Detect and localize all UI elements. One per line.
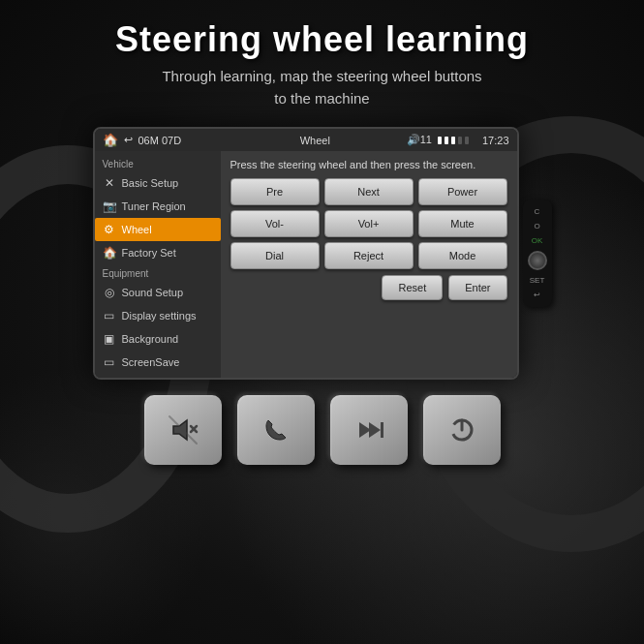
- bg-icon: ▣: [103, 332, 116, 346]
- background-label: Background: [122, 333, 179, 345]
- screen-wrapper: 🏠 ↩ 06M 07D Wheel 🔊11 17:23: [0, 127, 644, 380]
- sidebar-item-display-settings[interactable]: ▭ Display settings: [95, 304, 221, 327]
- side-ctrl-knob[interactable]: [528, 251, 547, 270]
- next-button[interactable]: Next: [324, 178, 414, 205]
- house-icon: 🏠: [103, 246, 116, 260]
- sidebar-item-basic-setup[interactable]: ✕ Basic Setup: [95, 171, 221, 195]
- reject-button[interactable]: Reject: [324, 242, 414, 269]
- back-icon[interactable]: ↩: [124, 134, 133, 146]
- display-settings-label: Display settings: [122, 310, 197, 322]
- action-row: Reset Enter: [230, 275, 507, 300]
- enter-button[interactable]: Enter: [448, 275, 506, 300]
- status-bar: 🏠 ↩ 06M 07D Wheel 🔊11 17:23: [95, 129, 517, 151]
- tuner-region-label: Tuner Region: [122, 200, 186, 212]
- clock: 17:23: [482, 135, 509, 146]
- hw-phone-button[interactable]: [237, 395, 315, 465]
- camera-icon: 📷: [103, 199, 116, 213]
- reset-button[interactable]: Reset: [382, 275, 443, 300]
- mute-hw-icon: [166, 413, 200, 447]
- header-section: Steering wheel learning Through learning…: [0, 0, 644, 119]
- side-controls-panel: C O OK SET ↩: [523, 199, 552, 307]
- sidebar-item-tuner-region[interactable]: 📷 Tuner Region: [95, 195, 221, 218]
- power-button[interactable]: Power: [418, 178, 507, 205]
- sidebar-item-background[interactable]: ▣ Background: [95, 327, 221, 351]
- volume-display: 🔊11: [407, 134, 432, 146]
- mode-button[interactable]: Mode: [418, 242, 507, 269]
- screen-title-label: Wheel: [230, 135, 401, 146]
- home-icon[interactable]: 🏠: [103, 133, 118, 147]
- phone-hw-icon: [259, 413, 293, 447]
- volume-bar: [438, 137, 469, 144]
- wheel-button-grid: Pre Next Power Vol- Vol+ Mute Dial Rejec…: [230, 178, 507, 269]
- sidebar-item-sound-setup[interactable]: ◎ Sound Setup: [95, 281, 221, 304]
- factory-set-label: Factory Set: [122, 247, 176, 259]
- vehicle-section-label: Vehicle: [95, 155, 221, 171]
- x-icon: ✕: [103, 176, 116, 190]
- sound-icon: ◎: [103, 286, 116, 299]
- instruction-text: Press the steering wheel and then press …: [230, 159, 507, 170]
- wheel-icon: ⚙: [103, 223, 116, 236]
- equipment-section-label: Equipment: [95, 264, 221, 281]
- basic-setup-label: Basic Setup: [122, 177, 179, 189]
- display-icon: ▭: [103, 309, 116, 322]
- power-hw-icon: [445, 413, 479, 447]
- side-ctrl-set-btn[interactable]: SET: [530, 276, 545, 285]
- skip-hw-icon: [352, 413, 386, 447]
- sidebar-item-factory-set[interactable]: 🏠 Factory Set: [95, 241, 221, 264]
- side-ctrl-ok-btn[interactable]: OK: [532, 236, 543, 245]
- pre-button[interactable]: Pre: [230, 178, 320, 205]
- right-panel: Press the steering wheel and then press …: [221, 151, 517, 378]
- main-background: Steering wheel learning Through learning…: [0, 0, 644, 644]
- device-id: 06M 07D: [138, 135, 224, 146]
- svg-rect-5: [381, 422, 383, 438]
- screensave-label: ScreenSave: [122, 356, 180, 368]
- page-title: Steering wheel learning: [19, 19, 625, 60]
- hw-mute-button[interactable]: [144, 395, 222, 465]
- car-screen: 🏠 ↩ 06M 07D Wheel 🔊11 17:23: [93, 127, 519, 380]
- side-ctrl-back-btn[interactable]: ↩: [534, 291, 540, 299]
- vol-minus-button[interactable]: Vol-: [230, 210, 320, 237]
- screensave-icon: ▭: [103, 355, 116, 369]
- dial-button[interactable]: Dial: [230, 242, 320, 269]
- volume-icon: 🔊: [407, 134, 420, 145]
- hw-power-button[interactable]: [423, 395, 501, 465]
- bottom-hw-buttons: [0, 395, 644, 465]
- subtitle: Through learning, map the steering wheel…: [19, 66, 625, 109]
- side-ctrl-o-btn[interactable]: O: [534, 222, 539, 230]
- sidebar-item-wheel[interactable]: ⚙ Wheel: [95, 218, 221, 241]
- wheel-label: Wheel: [122, 224, 152, 235]
- vol-plus-button[interactable]: Vol+: [324, 210, 414, 237]
- side-ctrl-c-btn[interactable]: C: [535, 207, 540, 216]
- screen-content: Vehicle ✕ Basic Setup 📷 Tuner Region ⚙ W…: [95, 151, 517, 378]
- svg-marker-4: [369, 422, 381, 438]
- sound-setup-label: Sound Setup: [122, 287, 184, 298]
- hw-skip-button[interactable]: [330, 395, 408, 465]
- sidebar-item-screensave[interactable]: ▭ ScreenSave: [95, 351, 221, 374]
- mute-button[interactable]: Mute: [418, 210, 507, 237]
- sidebar: Vehicle ✕ Basic Setup 📷 Tuner Region ⚙ W…: [95, 151, 221, 378]
